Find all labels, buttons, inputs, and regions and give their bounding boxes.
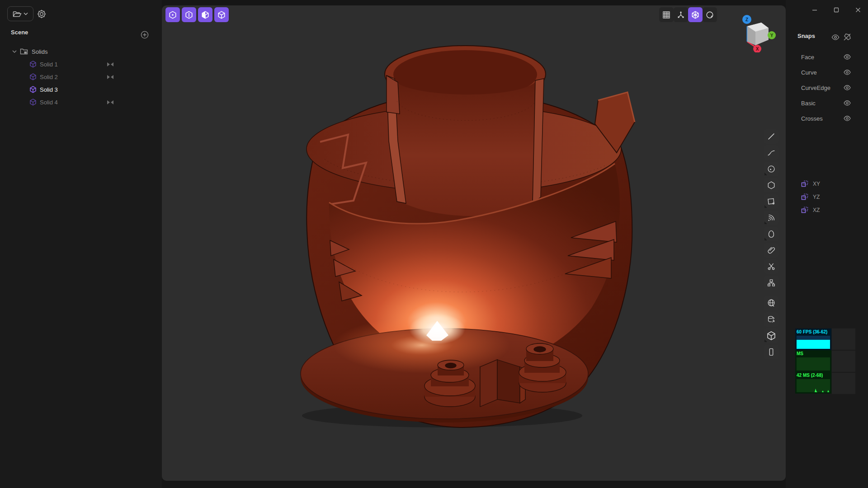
- curve-tool-button[interactable]: [764, 145, 779, 160]
- minimize-button[interactable]: [808, 3, 821, 17]
- z-axis-ball[interactable]: Z: [742, 15, 751, 24]
- spiral-tool-button[interactable]: [764, 211, 779, 225]
- render-sphere-icon-button[interactable]: [703, 7, 717, 22]
- snap-row-crosses: Crosses: [801, 115, 823, 122]
- snap-crosses-eye-icon[interactable]: [844, 116, 852, 122]
- graph-tool-button[interactable]: [764, 276, 779, 290]
- line-tool-button[interactable]: [764, 129, 779, 144]
- tree-item-solid-1[interactable]: Solid 1: [0, 58, 162, 70]
- stats-ghost-panel: [832, 373, 855, 394]
- y-axis-ball[interactable]: Y: [768, 31, 776, 39]
- tree-item-label: Solid 4: [40, 99, 58, 106]
- scene-sidebar: Scene Solids Solid 1 Solid 2: [0, 0, 162, 488]
- chevron-down-icon: [24, 12, 28, 15]
- ms-chart: [797, 357, 830, 371]
- plane-label: XY: [813, 181, 820, 187]
- model-neck: [385, 46, 546, 216]
- snap-curve-eye-icon[interactable]: [844, 70, 852, 75]
- wireframe-cube-icon-button[interactable]: [688, 7, 703, 22]
- tree-item-solid-4[interactable]: Solid 4: [0, 96, 162, 108]
- snap-curveedge-eye-icon[interactable]: [844, 85, 852, 91]
- snaps-panel-title: Snaps: [797, 33, 815, 39]
- solid-cube-tool-button[interactable]: [764, 328, 779, 343]
- fps-chart: [797, 336, 830, 349]
- solids-folder-icon: [20, 48, 28, 55]
- tree-item-solid-3[interactable]: Solid 3: [0, 83, 162, 96]
- model-bracket: [480, 360, 525, 407]
- snap-disabled-icon[interactable]: [843, 33, 852, 42]
- tree-group-solids[interactable]: Solids: [0, 45, 162, 58]
- solid-select-button[interactable]: [214, 7, 229, 22]
- stats-ghost-panel: [832, 328, 855, 350]
- grid-icon-button[interactable]: [659, 7, 674, 22]
- ms2-label: 42 MS (2-68): [795, 372, 831, 378]
- performance-stats[interactable]: 60 FPS (36-62) MS 42 MS (2-68): [795, 328, 831, 394]
- attach-tool-button[interactable]: [764, 243, 779, 258]
- corner-rectangle-tool-button[interactable]: [764, 194, 779, 209]
- snap-row-curve: Curve: [801, 69, 817, 76]
- plane-label: YZ: [813, 194, 820, 200]
- solid-cube-icon: [29, 99, 37, 106]
- tree-item-solid-2[interactable]: Solid 2: [0, 70, 162, 83]
- ms-panel[interactable]: MS: [795, 350, 831, 372]
- close-button[interactable]: [851, 3, 865, 17]
- snap-basic-eye-icon[interactable]: [844, 100, 852, 106]
- folder-icon: [13, 10, 22, 18]
- ms-label: MS: [795, 350, 831, 357]
- plane-icon: [801, 180, 808, 188]
- fps-label: 60 FPS (36-62): [795, 328, 831, 335]
- hidden-toggle-icon[interactable]: [107, 75, 114, 80]
- plane-icon: [801, 206, 808, 214]
- model-canvas: [162, 5, 786, 481]
- ms2-panel[interactable]: 42 MS (2-68): [795, 372, 831, 394]
- solid-cube-icon: [29, 73, 37, 80]
- fps-panel[interactable]: 60 FPS (36-62): [795, 328, 831, 350]
- gear-icon[interactable]: [36, 9, 47, 19]
- svg-text:Z: Z: [745, 17, 748, 22]
- tree-item-label: Solid 2: [40, 74, 58, 80]
- stats-ghost-panel: [832, 351, 855, 372]
- hidden-toggle-icon[interactable]: [107, 100, 114, 105]
- snap-row-curveedge: CurveEdge: [801, 84, 830, 91]
- trim-tool-button[interactable]: [764, 259, 779, 274]
- add-item-button[interactable]: [141, 31, 149, 39]
- web-tool-button[interactable]: [764, 296, 779, 310]
- control-point-select-button[interactable]: [165, 7, 180, 22]
- right-sidebar: [786, 0, 868, 488]
- axes-icon-button[interactable]: [674, 7, 688, 22]
- viewport-3d[interactable]: Z Y X: [162, 5, 786, 481]
- construction-plane-xz[interactable]: XZ: [801, 206, 820, 214]
- plane-label: XZ: [813, 207, 820, 213]
- view-cube[interactable]: [747, 23, 769, 45]
- polygon-tool-button[interactable]: [764, 178, 779, 192]
- snap-row-face: Face: [801, 54, 814, 61]
- view-cube-gizmo[interactable]: Z Y X: [735, 9, 777, 52]
- construction-plane-yz[interactable]: YZ: [801, 193, 820, 201]
- plane-icon: [801, 193, 808, 201]
- scene-panel-title: Scene: [11, 29, 28, 36]
- construction-plane-xy[interactable]: XY: [801, 180, 820, 188]
- ms2-chart: [797, 379, 830, 392]
- edge-select-button[interactable]: [182, 7, 196, 22]
- solid-cube-icon: [29, 86, 37, 93]
- snap-row-basic: Basic: [801, 100, 816, 107]
- snaps-visibility-eye-icon[interactable]: [831, 34, 840, 40]
- model-solid-3[interactable]: [301, 46, 635, 427]
- svg-text:X: X: [756, 47, 759, 52]
- device-tool-button[interactable]: [764, 345, 779, 359]
- solid-cube-icon: [29, 61, 37, 68]
- chevron-down-icon[interactable]: [12, 49, 17, 54]
- hidden-toggle-icon[interactable]: [107, 62, 114, 67]
- ellipse-tool-button[interactable]: [764, 227, 779, 241]
- tree-item-label: Solid 3: [40, 86, 58, 93]
- svg-text:Y: Y: [770, 33, 774, 38]
- tree-item-label: Solid 1: [40, 61, 58, 68]
- database-export-tool-button[interactable]: [764, 312, 779, 327]
- tree-group-label: Solids: [32, 48, 47, 55]
- file-menu-button[interactable]: [7, 6, 33, 21]
- maximize-button[interactable]: [830, 3, 843, 17]
- snap-face-eye-icon[interactable]: [844, 54, 852, 60]
- face-select-button[interactable]: [198, 7, 212, 22]
- center-circle-tool-button[interactable]: [764, 162, 779, 176]
